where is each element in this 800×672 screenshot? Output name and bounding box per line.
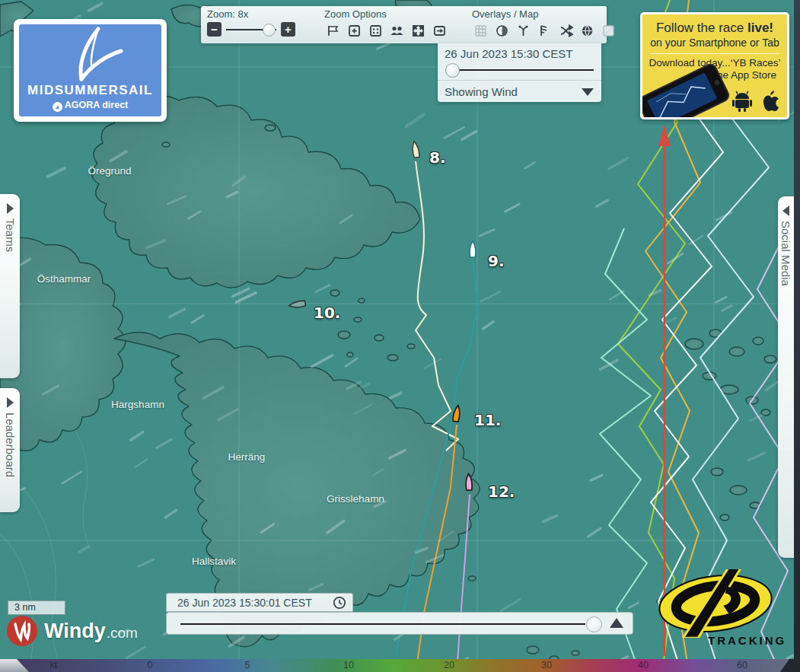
sponsor-logo[interactable]: MIDSUMMERSAIL ◕AGORA direct — [14, 19, 167, 122]
agora-icon: ◕ — [53, 102, 62, 112]
expand-right-icon — [7, 203, 14, 214]
smartphone-image — [640, 64, 735, 119]
windy-tld: .com — [107, 625, 138, 642]
boat-marker[interactable] — [404, 137, 427, 166]
boat-marker[interactable] — [461, 237, 484, 266]
timeline-datetime-box: 26 Jun 2023 15:30:01 CEST — [166, 593, 353, 612]
boat-marker[interactable] — [457, 470, 480, 498]
zoom-box-icon[interactable] — [346, 22, 363, 39]
zoom-options-label: Zoom Options — [324, 8, 452, 20]
wind-scale-tick: kt — [49, 660, 57, 670]
windbarb-icon[interactable] — [536, 22, 553, 39]
overlays-group: Overlays / Map — [466, 6, 626, 39]
windy-logo[interactable]: Windy .com — [6, 615, 138, 647]
sponsor-name: MIDSUMMERSAIL — [19, 83, 161, 98]
zoom-options-group: Zoom Options — [318, 6, 457, 39]
zoom-level-label: Zoom: 8x — [207, 8, 295, 20]
teams-icon[interactable] — [388, 22, 406, 39]
grid-icon[interactable] — [472, 22, 489, 39]
contrast-icon[interactable] — [493, 22, 511, 39]
apple-icon — [763, 91, 779, 111]
sponsor-subname: AGORA direct — [65, 100, 129, 110]
overlay-mode-label: Showing Wind — [445, 85, 518, 98]
timeline-track — [180, 623, 585, 625]
collapsed-panel-edge[interactable] — [794, 0, 800, 672]
shuffle-tracks-icon[interactable] — [557, 22, 575, 39]
ad-subline: on your Smartphone or Tab — [642, 37, 787, 49]
clock-icon — [333, 596, 346, 610]
zoom-group: Zoom: 8x − + — [201, 6, 300, 37]
ad-headline: Follow the race live! — [642, 21, 787, 36]
zoom-out-button[interactable]: − — [207, 22, 222, 37]
boat-marker[interactable] — [445, 401, 468, 430]
globe-icon[interactable] — [578, 22, 596, 39]
routes-icon[interactable] — [515, 22, 532, 39]
teams-tab-label: Teams — [4, 218, 17, 252]
zoom-slider-thumb[interactable] — [263, 24, 276, 37]
play-button[interactable] — [610, 618, 623, 628]
teams-tab[interactable]: Teams — [0, 194, 20, 378]
zoom-slider[interactable] — [226, 29, 276, 30]
wind-scale-tick: 10 — [343, 660, 354, 670]
social-media-tab-label: Social Media — [779, 221, 792, 286]
windy-name: Windy — [44, 619, 106, 643]
fullscreen-icon[interactable] — [410, 22, 427, 39]
zoom-in-button[interactable]: + — [281, 22, 295, 37]
boat-marker[interactable] — [286, 291, 309, 320]
overlays-map-label: Overlays / Map — [472, 8, 621, 20]
wind-scale-tick: 30 — [541, 660, 552, 670]
wind-scale-tick: 40 — [638, 660, 649, 670]
android-icon — [732, 91, 752, 112]
yb-tracking-logo[interactable] — [656, 569, 778, 641]
flag-icon[interactable] — [324, 22, 342, 39]
expand-left-icon — [782, 205, 789, 216]
overlay-mode-dropdown[interactable]: Showing Wind — [438, 81, 601, 98]
windy-icon — [6, 615, 38, 647]
follow-boat-icon[interactable] — [431, 22, 448, 39]
yb-tracking-label: TRACKING — [708, 634, 786, 647]
scale-left-cap — [0, 659, 29, 672]
leaderboard-tab[interactable]: Leaderboard — [0, 388, 20, 512]
race-tracker-app: ÖregrundÖsthammarHargshamnHerrängGrissle… — [0, 0, 800, 672]
ad-divider — [650, 53, 779, 54]
map-toolbar: Zoom: 8x − + Zoom Options — [201, 6, 607, 43]
wind-scale-tick: 20 — [444, 660, 454, 670]
wind-scale-tick: 0 — [148, 660, 153, 670]
replay-slider-thumb[interactable] — [445, 63, 460, 78]
wind-scale-tick: 60 — [737, 660, 747, 670]
replay-slider[interactable] — [445, 63, 594, 77]
social-media-tab[interactable]: Social Media — [778, 196, 794, 558]
fit-markers-icon[interactable] — [367, 22, 384, 39]
replay-datetime: 26 Jun 2023 15:30 CEST — [438, 43, 601, 60]
sail-swoosh-icon — [19, 24, 161, 81]
timeline-datetime: 26 Jun 2023 15:30:01 CEST — [177, 597, 312, 609]
expand-right-icon — [7, 397, 14, 408]
wind-scale-tick: 5 — [245, 660, 250, 670]
app-ad-banner[interactable]: Follow the race live! on your Smartphone… — [640, 12, 789, 119]
chevron-down-icon — [582, 88, 594, 96]
wind-speed-scale: kt051020304060 — [0, 659, 800, 672]
replay-slider-track — [445, 69, 594, 71]
timeline-slider[interactable] — [166, 612, 633, 635]
map-scale: 3 nm — [8, 600, 65, 615]
timeline-thumb[interactable] — [586, 616, 602, 632]
replay-panel: 26 Jun 2023 15:30 CEST Showing Wind — [438, 43, 601, 102]
blank-layer-icon[interactable] — [600, 22, 617, 39]
leaderboard-tab-label: Leaderboard — [4, 412, 17, 477]
yb-icon — [656, 569, 778, 638]
